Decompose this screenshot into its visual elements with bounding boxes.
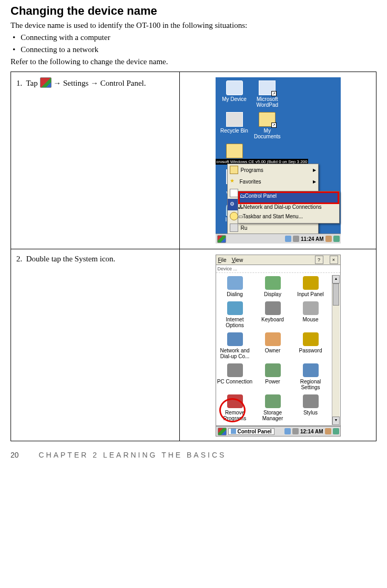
cp-item-mouse[interactable]: Mouse [293, 301, 329, 322]
cp-icon [303, 301, 319, 315]
scroll-down-icon[interactable]: ▾ [332, 417, 340, 425]
scroll-up-icon[interactable]: ▴ [332, 275, 340, 283]
cp-item-display[interactable]: Display [255, 276, 291, 297]
menu-file[interactable]: File [218, 257, 227, 263]
cp-item-dialing[interactable]: Dialing [217, 276, 253, 297]
start-button[interactable] [217, 235, 226, 243]
scrollbar[interactable]: ▴ ▾ [332, 275, 340, 425]
system-highlight-circle [219, 398, 246, 422]
lead-text: Refer to the following to change the dev… [11, 57, 376, 66]
cp-item-label: Input Panel [293, 291, 329, 297]
page-footer: 20 CHAPTER 2 LEARNING THE BASICS [11, 451, 376, 459]
scroll-thumb[interactable] [333, 283, 339, 306]
desktop-icon-my-documents[interactable]: ↗My Documents [252, 112, 282, 139]
page-number: 20 [11, 451, 19, 459]
cp-icon [265, 301, 281, 315]
taskbar[interactable]: Control Panel 12:14 AM [216, 426, 341, 437]
cp-icon [227, 301, 243, 315]
taskbar[interactable]: 11:24 AM [216, 234, 341, 244]
cp-item-label: PC Connection [217, 379, 253, 384]
cp-item-label: Password [293, 348, 329, 353]
cp-item-label: Mouse [293, 317, 329, 322]
help-button[interactable]: ? [315, 256, 323, 264]
tray-icon[interactable] [333, 428, 339, 434]
cp-item-owner[interactable]: Owner [255, 332, 291, 353]
intro-text: The device name is used to identify the … [11, 21, 376, 30]
partial-row: Device ... [216, 265, 340, 273]
cp-item-label: Storage Manager [255, 410, 291, 421]
cp-icon [227, 276, 243, 290]
cp-item-label: Keyboard [255, 317, 291, 322]
cp-icon [303, 276, 319, 290]
start-button[interactable] [218, 428, 227, 435]
cp-item-storage-manager[interactable]: Storage Manager [255, 394, 291, 421]
tray-icon[interactable] [333, 236, 340, 242]
page-title: Changing the device name [11, 4, 376, 18]
desktop-icon-my-device[interactable]: My Device [220, 80, 249, 102]
cp-icon [303, 363, 319, 377]
menu-view[interactable]: View [232, 257, 243, 263]
cp-icon [303, 394, 319, 408]
tray-icon[interactable] [293, 236, 299, 242]
cp-item-password[interactable]: Password [293, 332, 329, 353]
screenshot-control-panel: File View ? × Device ... DialingDisplayI… [216, 255, 341, 435]
start-icon [40, 77, 52, 88]
tray-icon[interactable] [325, 428, 331, 434]
cp-item-power[interactable]: Power [255, 363, 291, 384]
tray-icon[interactable] [285, 236, 291, 242]
chapter-label: CHAPTER 2 LEARNING THE BASICS [38, 451, 226, 459]
bullet-list: Connecting with a computer Connecting to… [13, 33, 376, 54]
menu-item-run[interactable]: Ru [228, 222, 318, 234]
menubar: File View ? × [216, 255, 341, 265]
cp-item-label: Display [255, 291, 291, 297]
cp-item-internet-options[interactable]: Internet Options [217, 301, 253, 328]
cp-icon [265, 394, 281, 408]
cp-item-stylus[interactable]: Stylus [293, 394, 329, 415]
cp-item-input-panel[interactable]: Input Panel [293, 276, 329, 297]
tray-icon[interactable] [284, 428, 291, 434]
taskbar-item-control-panel[interactable]: Control Panel [228, 428, 274, 435]
cp-item-label: Owner [255, 348, 291, 353]
cp-item-label: Regional Settings [293, 379, 329, 390]
submenu-item-control-panel[interactable]: 🗂Control Panel [238, 191, 339, 204]
desktop-icon-recycle-bin[interactable]: Recycle Bin [220, 112, 249, 134]
system-tray: 12:14 AM [284, 428, 340, 434]
submenu-item-taskbar[interactable]: ▭Taskbar and Start Menu... [238, 214, 339, 223]
cp-icon [265, 332, 281, 346]
control-panel-icon [231, 429, 236, 434]
cp-item-label: Dialing [217, 291, 253, 297]
menu-item-programs[interactable]: Programs▶ [228, 164, 318, 176]
cp-item-label: Stylus [293, 410, 329, 415]
tray-icon[interactable] [325, 236, 332, 242]
clock: 11:24 AM [301, 236, 324, 242]
cp-item-label: Network and Dial-up Co... [217, 348, 253, 359]
menu-item-favorites[interactable]: ★Favorites▶ [228, 176, 318, 187]
close-button[interactable]: × [330, 256, 338, 264]
cp-item-pc-connection[interactable]: PC Connection [217, 363, 253, 384]
cp-item-keyboard[interactable]: Keyboard [255, 301, 291, 322]
list-item: Connecting with a computer [13, 33, 376, 42]
submenu-item-network[interactable]: 🖧Network and Dial-up Connections [238, 204, 339, 214]
cp-item-label: Internet Options [217, 317, 253, 328]
settings-submenu: 🗂Control Panel 🖧Network and Dial-up Conn… [238, 191, 340, 224]
cp-icon [265, 363, 281, 377]
cp-icon [227, 363, 243, 377]
clock: 12:14 AM [300, 429, 323, 434]
system-tray: 11:24 AM [285, 236, 341, 242]
cp-item-label: Power [255, 379, 291, 384]
desktop-icon-wordpad[interactable]: ↗Microsoft WordPad [252, 80, 282, 108]
cp-item-network-and-dial-up-co[interactable]: Network and Dial-up Co... [217, 332, 253, 359]
tray-icon[interactable] [292, 428, 299, 434]
cp-icon [265, 276, 281, 290]
steps-table: 1. Tap → Settings → Control Panel. My De… [11, 72, 376, 441]
cp-icon [227, 332, 243, 346]
step-1-instruction: 1. Tap → Settings → Control Panel. [11, 72, 180, 249]
step-2-instruction: 2. Double tap the System icon. [11, 249, 180, 441]
cp-item-regional-settings[interactable]: Regional Settings [293, 363, 329, 390]
screenshot-desktop: My Device ↗Microsoft WordPad Recycle Bin… [216, 77, 341, 244]
list-item: Connecting to a network [13, 45, 376, 54]
cp-icon [303, 332, 319, 346]
